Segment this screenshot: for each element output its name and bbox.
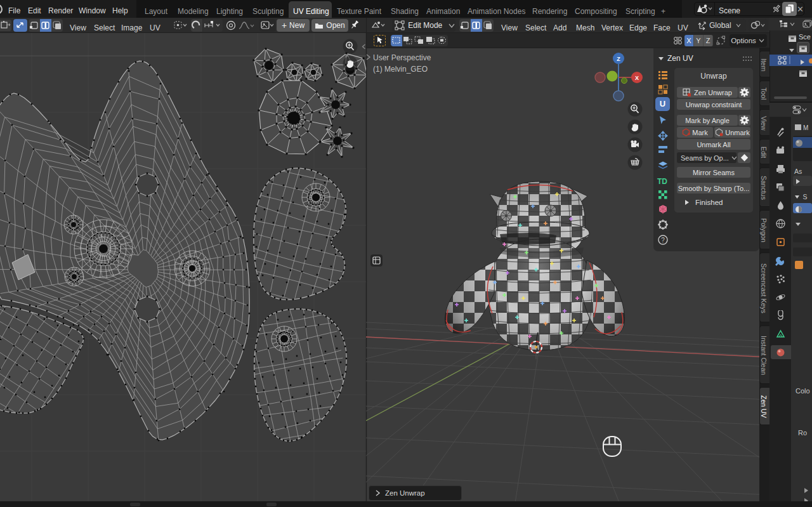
svg-text:X: X [635,75,639,81]
svg-text:(1) Melvin_GEO: (1) Melvin_GEO [373,65,428,74]
svg-text:Z: Z [617,56,620,62]
svg-text:?: ? [661,237,665,244]
svg-text:Global: Global [709,21,731,30]
svg-text:User Perspective: User Perspective [373,53,431,62]
svg-text:M: M [803,124,808,131]
